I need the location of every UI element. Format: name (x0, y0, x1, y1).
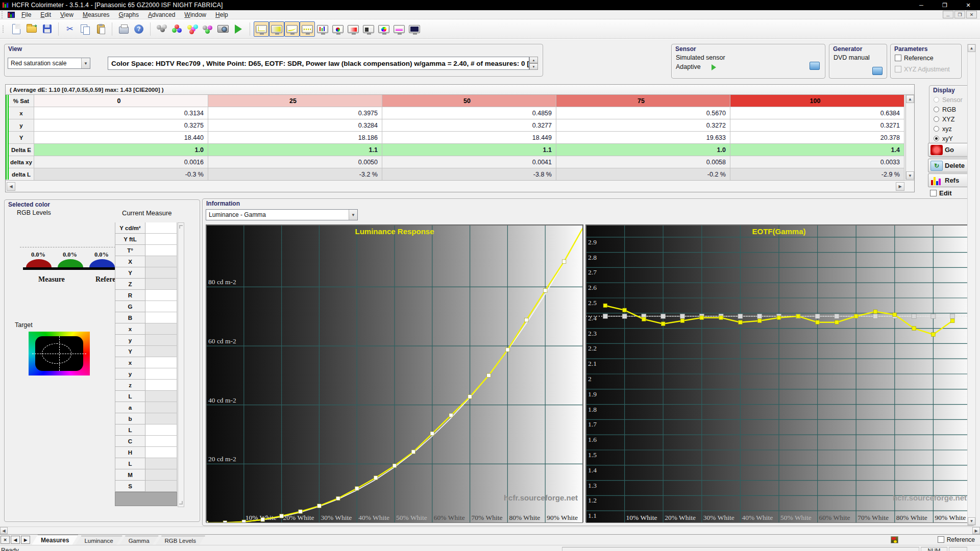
table-cell[interactable]: 19.633 (556, 132, 730, 144)
measure-row-value[interactable] (145, 256, 177, 267)
table-cell[interactable]: 0.5670 (556, 107, 730, 119)
help-button[interactable]: ? (131, 21, 146, 37)
chevron-up-icon[interactable] (179, 225, 183, 229)
measure-row-value[interactable] (145, 391, 177, 402)
prev-tab-button[interactable]: ◀ (11, 536, 20, 544)
measure-row-value[interactable] (145, 312, 177, 323)
sensor-config-icon[interactable] (810, 62, 820, 70)
primary-colors-button[interactable] (169, 21, 185, 37)
table-cell[interactable]: 0.0033 (730, 156, 904, 168)
edit-checkbox[interactable]: Edit (930, 189, 952, 197)
table-cell[interactable]: 0.3284 (208, 119, 382, 132)
table-cell[interactable]: 0.3271 (730, 119, 904, 132)
table-cell[interactable]: 0.0050 (208, 156, 382, 168)
radio-icon[interactable] (934, 107, 939, 112)
measures-grid-view-button[interactable] (254, 21, 269, 37)
measure-row-value[interactable] (145, 368, 177, 380)
info-spinner[interactable]: ▲▼ (529, 57, 538, 70)
measure-row-value[interactable] (145, 469, 177, 481)
measure-row-value[interactable] (145, 436, 177, 447)
measure-row-value[interactable] (145, 290, 177, 301)
minimize-button[interactable]: ─ (910, 0, 933, 10)
next-tab-button[interactable]: ▶ (21, 536, 30, 544)
tab-gamma[interactable]: Gamma (119, 536, 159, 545)
mdi-restore-button[interactable]: ❐ (954, 11, 965, 18)
menu-view[interactable]: View (56, 10, 78, 19)
column-header-25[interactable]: 25 (208, 95, 382, 107)
measure-row-value[interactable] (145, 346, 177, 357)
radio-icon[interactable] (934, 116, 939, 122)
measure-row-value[interactable] (145, 481, 177, 492)
save-button[interactable] (39, 21, 55, 37)
tab-measures[interactable]: Measures (32, 535, 78, 545)
table-cell[interactable]: 0.0041 (382, 156, 556, 168)
scale-selector-dropdown[interactable]: Red saturation scale ▼ (8, 58, 90, 69)
table-cell[interactable]: 0.0016 (34, 156, 208, 168)
table-cell[interactable]: 1.0 (556, 144, 730, 156)
chevron-down-icon[interactable]: ▼ (349, 210, 357, 220)
reference-checkbox-box[interactable] (895, 55, 901, 61)
measure-row-value[interactable] (145, 380, 177, 391)
measure-row-value[interactable] (145, 222, 177, 234)
tab-luminance[interactable]: Luminance (75, 536, 122, 545)
copy-button[interactable] (78, 21, 93, 37)
color-temp-view-button[interactable] (391, 21, 407, 37)
rgb-levels-view-button[interactable] (315, 21, 330, 37)
table-cell[interactable]: 1.4 (730, 144, 904, 156)
table-cell[interactable]: 0.6384 (730, 107, 904, 119)
scroll-left-icon[interactable]: ◀ (7, 182, 15, 191)
scroll-right-icon[interactable]: ▶ (896, 182, 904, 191)
radio-icon[interactable] (934, 97, 939, 103)
spin-down-icon[interactable]: ▼ (529, 63, 538, 70)
table-cell[interactable]: 0.3277 (382, 119, 556, 132)
scroll-up-icon[interactable]: ▲ (906, 95, 914, 103)
cie-chart-view-button[interactable] (376, 21, 391, 37)
all-colors-button[interactable] (200, 21, 215, 37)
sensor-settings-button[interactable] (154, 21, 169, 37)
measure-row-value[interactable] (145, 447, 177, 458)
client-horizontal-scrollbar[interactable]: ◀ ▶ (0, 527, 980, 534)
table-cell[interactable]: 1.1 (208, 144, 382, 156)
mdi-minimize-button[interactable]: ＿ (943, 11, 953, 18)
scroll-right-icon[interactable]: ▶ (972, 527, 980, 534)
radio-icon[interactable] (934, 126, 939, 132)
table-cell[interactable]: -3.2 % (208, 168, 382, 181)
luminance-view-button[interactable] (284, 21, 300, 37)
radio-icon[interactable] (934, 136, 939, 141)
table-cell[interactable]: -2.9 % (730, 168, 904, 181)
column-header-75[interactable]: 75 (556, 95, 730, 107)
table-cell[interactable]: 1.1 (382, 144, 556, 156)
table-cell[interactable]: 0.3272 (556, 119, 730, 132)
resize-grip[interactable] (969, 547, 979, 551)
measure-row-value[interactable] (145, 402, 177, 413)
table-cell[interactable]: 1.0 (34, 144, 208, 156)
spin-up-icon[interactable]: ▲ (529, 57, 538, 63)
paste-button[interactable] (93, 21, 108, 37)
scroll-up-icon[interactable]: ▲ (968, 44, 975, 52)
measure-row-value[interactable] (145, 357, 177, 368)
scroll-left-icon[interactable]: ◀ (0, 527, 8, 534)
new-file-button[interactable] (9, 21, 24, 37)
measure-row-value[interactable] (145, 413, 177, 424)
run-measure-button[interactable] (231, 21, 246, 37)
menu-graphs[interactable]: Graphs (114, 10, 143, 19)
bottom-reference-checkbox[interactable]: Reference (938, 536, 975, 543)
measure-row-value[interactable] (145, 323, 177, 335)
menu-measures[interactable]: Measures (78, 10, 114, 19)
table-horizontal-scrollbar[interactable]: ◀ ▶ (6, 180, 914, 192)
graph-selector-dropdown[interactable]: Luminance - Gamma ▼ (206, 209, 358, 220)
table-cell[interactable]: 0.0058 (556, 156, 730, 168)
open-file-button[interactable] (24, 21, 39, 37)
menu-help[interactable]: Help (211, 10, 233, 19)
generator-config-icon[interactable] (872, 67, 883, 75)
measure-row-value[interactable] (145, 335, 177, 346)
column-header-0[interactable]: 0 (34, 95, 208, 107)
table-cell[interactable]: 18.440 (34, 132, 208, 144)
secondary-colors-button[interactable] (185, 21, 200, 37)
grayscale-view-button[interactable] (269, 21, 284, 37)
bottom-reference-checkbox-box[interactable] (938, 536, 944, 543)
measure-row-value[interactable] (145, 301, 177, 312)
client-vertical-scrollbar[interactable]: ▲ ▼ (967, 44, 976, 525)
table-cell[interactable]: 18.449 (382, 132, 556, 144)
reference-checkbox[interactable]: Reference (895, 55, 934, 62)
